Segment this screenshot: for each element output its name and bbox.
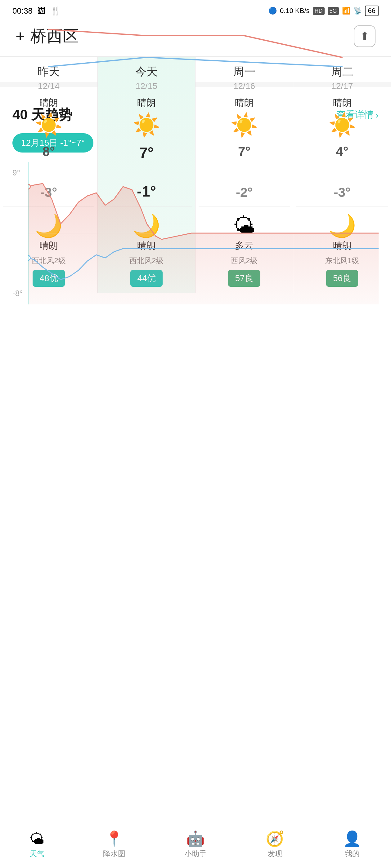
day-name-tuesday: 周二 xyxy=(296,64,388,80)
weather-nav-icon: 🌤 xyxy=(29,831,45,846)
status-left: 00:38 🖼 🍴 xyxy=(12,6,60,16)
condition-monday: 晴朗 xyxy=(199,97,290,110)
y-label-top: 9° xyxy=(12,168,20,178)
5g-badge: 5G xyxy=(328,7,339,15)
condition-tuesday: 晴朗 xyxy=(296,97,388,110)
time: 00:38 xyxy=(12,6,33,16)
header-left: + 桥西区 xyxy=(16,25,79,47)
wifi-icon: 📡 xyxy=(354,7,362,15)
assistant-nav-icon: 🤖 xyxy=(186,831,205,846)
high-temp-today: 7° xyxy=(139,144,153,161)
discover-nav-icon: 🧭 xyxy=(266,831,284,846)
mine-nav-icon: 👤 xyxy=(343,831,362,846)
add-location-button[interactable]: + xyxy=(16,27,25,45)
nav-assistant[interactable]: 🤖 小助手 xyxy=(184,831,207,859)
bluetooth-icon: 🔵 xyxy=(269,7,277,15)
day-date-tuesday: 12/17 xyxy=(296,81,388,91)
day-name-yesterday: 昨天 xyxy=(3,64,94,80)
day-name-today: 今天 xyxy=(101,64,192,80)
battery: 66 xyxy=(365,6,379,16)
rain-nav-icon: 📍 xyxy=(105,831,123,846)
bottom-nav: 🌤 天气 📍 降水图 🤖 小助手 🧭 发现 👤 我的 xyxy=(0,825,391,868)
nav-mine[interactable]: 👤 我的 xyxy=(343,831,362,859)
day-date-yesterday: 12/14 xyxy=(3,81,94,91)
nav-weather[interactable]: 🌤 天气 xyxy=(29,831,45,859)
nav-rain[interactable]: 📍 降水图 xyxy=(103,831,125,859)
page-content: 00:38 🖼 🍴 🔵 0.10 KB/s HD 5G 📶 📡 66 + 桥西区… xyxy=(0,0,391,360)
rain-nav-label: 降水图 xyxy=(103,849,125,859)
day-date-monday: 12/16 xyxy=(199,81,290,91)
discover-nav-label: 发现 xyxy=(268,849,282,859)
day-date-today: 12/15 xyxy=(101,81,192,91)
assistant-nav-label: 小助手 xyxy=(184,849,207,859)
condition-today: 晴朗 xyxy=(101,97,192,110)
gallery-icon: 🖼 xyxy=(37,6,46,16)
y-label-bottom: -8° xyxy=(12,289,23,298)
high-temp-monday: 7° xyxy=(238,144,250,159)
header: + 桥西区 ⬆ xyxy=(0,19,391,56)
hd-badge: HD xyxy=(313,7,325,15)
sun-icon-yesterday: ☀️ xyxy=(3,114,94,136)
condition-yesterday: 晴朗 xyxy=(3,97,94,110)
share-icon: ⬆ xyxy=(360,30,369,43)
network-speed: 0.10 KB/s xyxy=(280,7,309,15)
weather-nav-label: 天气 xyxy=(29,849,45,859)
sun-icon-tuesday: ☀️ xyxy=(296,114,388,136)
mine-nav-label: 我的 xyxy=(345,849,360,859)
signal-icon: 📶 xyxy=(342,7,351,15)
nav-discover[interactable]: 🧭 发现 xyxy=(266,831,284,859)
status-right: 🔵 0.10 KB/s HD 5G 📶 📡 66 xyxy=(269,6,379,16)
share-button[interactable]: ⬆ xyxy=(354,25,375,47)
chart-40-area: 9° -8° xyxy=(12,162,379,304)
city-name: 桥西区 xyxy=(30,25,79,47)
status-bar: 00:38 🖼 🍴 🔵 0.10 KB/s HD 5G 📶 📡 66 xyxy=(0,0,391,19)
sun-icon-monday: ☀️ xyxy=(199,114,290,136)
fork-icon: 🍴 xyxy=(51,6,60,16)
high-temp-tuesday: 4° xyxy=(336,144,348,159)
sun-icon-today: ☀️ xyxy=(101,114,192,136)
day-name-monday: 周一 xyxy=(199,64,290,80)
trend-chart-svg xyxy=(28,162,379,304)
high-temp-yesterday: 8° xyxy=(43,144,55,159)
